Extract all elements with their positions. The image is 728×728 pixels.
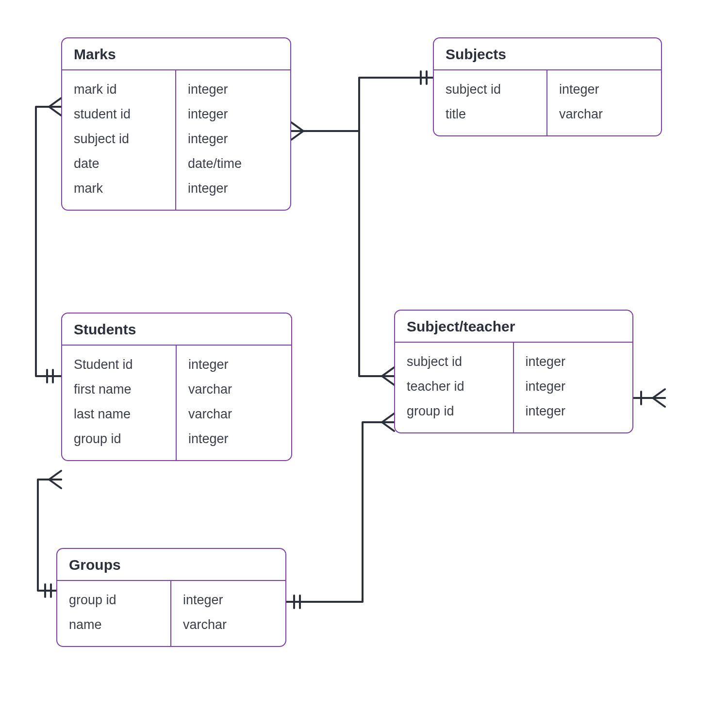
entity-title: Students <box>62 314 291 346</box>
entity-marks: Marks mark id student id subject id date… <box>61 37 291 211</box>
entity-title: Subjects <box>434 38 661 70</box>
field-type: integer <box>186 77 281 102</box>
crowfoot-students <box>49 471 61 488</box>
entity-title: Groups <box>57 549 285 581</box>
field-type: integer <box>557 77 651 102</box>
field-name: group id <box>72 427 166 451</box>
entity-students: Students Student id first name last name… <box>61 313 292 461</box>
field-name: last name <box>72 402 166 427</box>
entity-groups: Groups group id name integer varchar <box>56 548 286 647</box>
field-name: student id <box>72 102 165 127</box>
field-type: varchar <box>557 102 651 127</box>
crowfoot-st-left <box>382 367 394 385</box>
field-type: varchar <box>181 612 276 637</box>
edge-subjects-st <box>359 131 394 376</box>
er-diagram-canvas: Marks mark id student id subject id date… <box>0 0 728 728</box>
entity-subject-teacher: Subject/teacher subject id teacher id gr… <box>394 310 633 433</box>
field-type: varchar <box>186 377 281 402</box>
field-name: date <box>72 151 165 176</box>
crowfoot-st-right <box>653 389 665 407</box>
field-name: subject id <box>405 349 503 374</box>
field-name: title <box>444 102 537 127</box>
field-name: Student id <box>72 352 166 377</box>
field-name: name <box>67 612 161 637</box>
field-type: varchar <box>186 402 281 427</box>
field-type: integer <box>524 349 623 374</box>
field-type: integer <box>186 176 281 201</box>
barbar-subjects-left <box>421 71 427 84</box>
field-type: date/time <box>186 151 281 176</box>
field-type: integer <box>186 102 281 127</box>
field-type: integer <box>186 127 281 151</box>
field-name: group id <box>67 588 161 612</box>
field-name: first name <box>72 377 166 402</box>
barbar-groups-right <box>294 596 300 608</box>
edge-marks-students <box>36 107 61 376</box>
barbar-groups-left <box>45 584 51 597</box>
field-name: subject id <box>444 77 537 102</box>
crowfoot-marks-right <box>291 122 303 140</box>
field-type: integer <box>524 399 623 424</box>
field-name: group id <box>405 399 503 424</box>
entity-title: Marks <box>62 38 290 70</box>
entity-subjects: Subjects subject id title integer varcha… <box>433 37 662 136</box>
field-name: mark id <box>72 77 165 102</box>
edge-marks-subjects <box>291 78 433 131</box>
field-name: teacher id <box>405 374 503 399</box>
crowfoot-marks <box>49 98 61 116</box>
field-type: integer <box>524 374 623 399</box>
field-name: subject id <box>72 127 165 151</box>
entity-title: Subject/teacher <box>395 311 632 343</box>
field-type: integer <box>181 588 276 612</box>
field-type: integer <box>186 352 281 377</box>
crowfoot-st-left2 <box>382 414 394 431</box>
field-name: mark <box>72 176 165 201</box>
field-type: integer <box>186 427 281 451</box>
barbar-students <box>47 370 53 382</box>
edge-groups-st <box>286 422 394 602</box>
